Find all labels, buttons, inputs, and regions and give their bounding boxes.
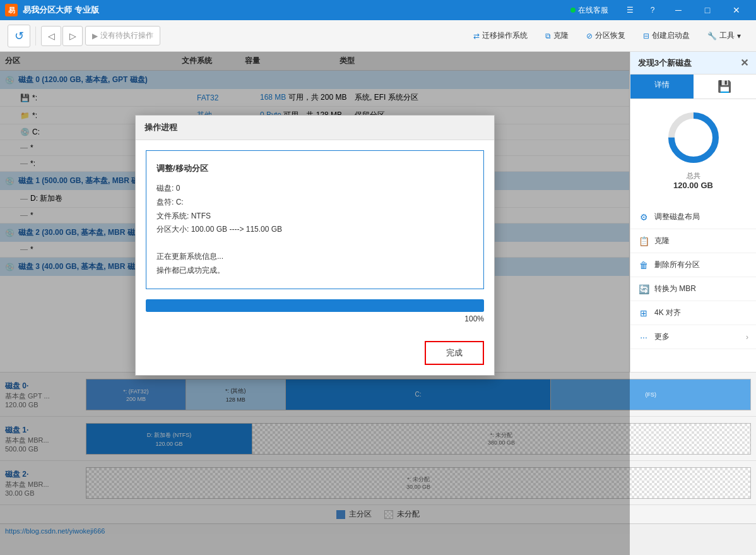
right-panel-close[interactable]: ✕: [740, 57, 748, 69]
menu-icon[interactable]: ☰: [618, 0, 641, 20]
modal-title: 操作进程: [136, 116, 494, 140]
op-field-fs: 文件系统: NTFS: [157, 210, 473, 224]
tools-label: 工具: [719, 30, 735, 41]
bootdisk-icon: ⊟: [643, 32, 649, 40]
online-label: 在线客服: [578, 5, 608, 16]
delete-icon: 🗑: [638, 260, 649, 270]
convert-label: 转换为 MBR: [654, 283, 696, 294]
modal-footer: 完成: [136, 341, 494, 375]
app-logo: 易: [5, 4, 18, 16]
op-title: 调整/移动分区: [157, 161, 473, 176]
pending-operations-button[interactable]: ▶ 没有待执行操作: [85, 26, 160, 45]
online-indicator: [570, 8, 576, 13]
titlebar: 易 易我分区大师 专业版 在线客服 ☰ ? ─ □ ✕: [0, 0, 756, 20]
clone-icon: ⧉: [545, 32, 551, 40]
tools-icon: 🔧: [707, 32, 717, 40]
disk-visual-area: 总共 120.00 GB: [630, 99, 756, 200]
disk-total-info: 总共 120.00 GB: [641, 171, 746, 190]
recovery-icon: ⊘: [586, 32, 593, 40]
right-panel-title: 发现3个新磁盘: [638, 57, 692, 69]
close-button[interactable]: ✕: [722, 0, 751, 20]
recovery-label: 分区恢复: [595, 30, 625, 41]
action-delete-all[interactable]: 🗑 删除所有分区: [630, 253, 756, 277]
tools-arrow-icon: ▾: [737, 32, 741, 40]
toolbar-right-actions: ⇄ 迁移操作系统 ⧉ 克隆 ⊘ 分区恢复 ⊟ 创建启动盘 🔧 工具 ▾: [466, 27, 748, 45]
operation-modal: 操作进程 调整/移动分区 磁盘: 0 盘符: C: 文件系统: NTFS 分区大…: [135, 115, 495, 376]
pending-label: 没有待执行操作: [100, 30, 153, 41]
adjust-layout-label: 调整磁盘布局: [654, 212, 700, 222]
modal-content: 调整/移动分区 磁盘: 0 盘符: C: 文件系统: NTFS 分区大小: 10…: [146, 150, 484, 289]
part-label: (FS): [645, 391, 656, 398]
tab-disk-icon[interactable]: 💾: [694, 75, 757, 98]
toolbar: ↺ ◁ ▷ ▶ 没有待执行操作 ⇄ 迁移操作系统 ⧉ 克隆 ⊘ 分区恢复 ⊟ 创…: [0, 20, 756, 52]
op-field-letter: 盘符: C:: [157, 196, 473, 210]
more-label: 更多: [654, 331, 670, 342]
modal-overlay: 操作进程 调整/移动分区 磁盘: 0 盘符: C: 文件系统: NTFS 分区大…: [0, 52, 630, 555]
maximize-button[interactable]: □: [693, 0, 722, 20]
op-status-1: 正在更新系统信息...: [157, 250, 473, 264]
op-field-size: 分区大小: 100.00 GB ----> 115.00 GB: [157, 223, 473, 237]
complete-button[interactable]: 完成: [425, 341, 484, 365]
more-icon: ···: [638, 332, 649, 342]
disk-donut-chart: [665, 109, 722, 166]
create-bootdisk-button[interactable]: ⊟ 创建启动盘: [635, 27, 697, 45]
clone-action-label: 克隆: [654, 236, 670, 246]
modal-progress-percent: 100%: [146, 314, 484, 323]
action-more[interactable]: ··· 更多 ›: [630, 325, 756, 349]
disk-tab-icon: 💾: [718, 80, 731, 93]
help-icon[interactable]: ?: [641, 0, 664, 20]
bootdisk-label: 创建启动盘: [652, 30, 690, 41]
undo-button[interactable]: ◁: [41, 26, 61, 46]
migrate-os-button[interactable]: ⇄ 迁移操作系统: [466, 27, 535, 45]
convert-icon: 🔄: [638, 284, 649, 294]
right-panel: 发现3个新磁盘 ✕ 详情 💾 总共 120.00 GB: [630, 52, 756, 372]
action-convert-mbr[interactable]: 🔄 转换为 MBR: [630, 277, 756, 301]
migrate-icon: ⇄: [473, 32, 480, 40]
action-adjust-layout[interactable]: ⚙ 调整磁盘布局: [630, 205, 756, 229]
align-label: 4K 对齐: [654, 307, 681, 318]
refresh-button[interactable]: ↺: [8, 25, 30, 47]
minimize-button[interactable]: ─: [664, 0, 693, 20]
clone-button[interactable]: ⧉ 克隆: [538, 27, 576, 45]
more-arrow-icon: ›: [746, 333, 748, 342]
app-title: 易我分区大师 专业版: [23, 4, 570, 16]
clone-label: 克隆: [553, 30, 569, 41]
partition-recovery-button[interactable]: ⊘ 分区恢复: [579, 27, 633, 45]
adjust-layout-icon: ⚙: [638, 212, 649, 222]
op-status-2: 操作都已成功完成。: [157, 264, 473, 278]
tools-button[interactable]: 🔧 工具 ▾: [700, 27, 748, 45]
right-panel-tabs: 详情 💾: [630, 75, 756, 99]
redo-button[interactable]: ▷: [62, 26, 83, 46]
right-panel-actions: ⚙ 调整磁盘布局 📋 克隆 🗑 删除所有分区 🔄 转换为 MBR ⊞ 4K 对齐…: [630, 200, 756, 354]
modal-progress-bar: [146, 299, 484, 312]
clone-action-icon: 📋: [638, 236, 649, 246]
toolbar-divider-1: [35, 27, 36, 45]
migrate-label: 迁移操作系统: [482, 30, 528, 41]
right-panel-header: 发现3个新磁盘 ✕: [630, 52, 756, 75]
modal-body: 调整/移动分区 磁盘: 0 盘符: C: 文件系统: NTFS 分区大小: 10…: [136, 140, 494, 341]
modal-progress-fill: [146, 299, 484, 312]
action-clone[interactable]: 📋 克隆: [630, 229, 756, 253]
delete-label: 删除所有分区: [654, 260, 700, 270]
nav-buttons: ◁ ▷: [41, 26, 83, 46]
online-service[interactable]: 在线客服: [570, 5, 608, 16]
play-icon: ▶: [92, 32, 98, 40]
align-icon: ⊞: [638, 308, 649, 318]
action-4k-align[interactable]: ⊞ 4K 对齐: [630, 301, 756, 325]
tab-detail[interactable]: 详情: [630, 75, 694, 98]
op-field-disk: 磁盘: 0: [157, 182, 473, 196]
